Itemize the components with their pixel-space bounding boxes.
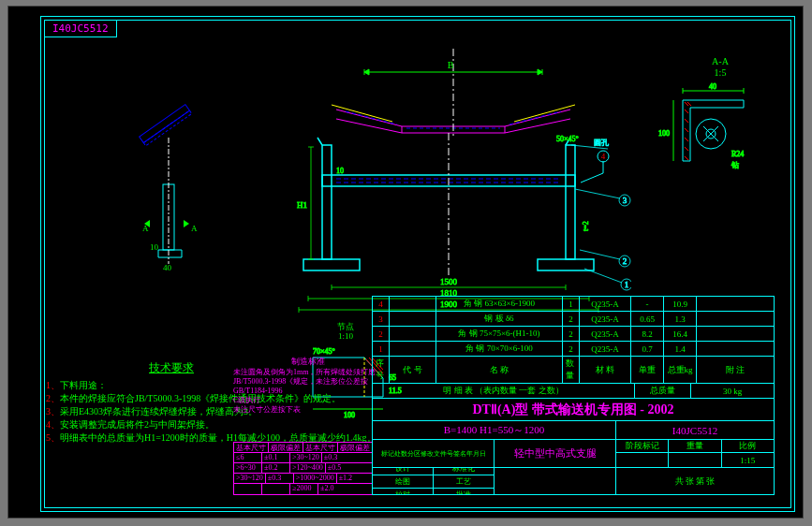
svg-text:A-A: A-A (712, 56, 730, 66)
svg-text:1500: 1500 (440, 277, 458, 286)
svg-text:4: 4 (601, 152, 606, 161)
svg-text:100: 100 (658, 129, 670, 138)
svg-text:50×45°: 50×45° (556, 135, 579, 143)
svg-text:2: 2 (623, 256, 627, 266)
svg-rect-23 (140, 105, 190, 143)
bom-row: 1角 钢 70×70×6-1002Q235-A0.71.4 (373, 342, 774, 357)
svg-text:B: B (448, 60, 454, 70)
svg-text:10: 10 (150, 242, 159, 252)
manufacturing-standard-note: 制造标准 未注圆角及倒角为1mm，所有焊缝处须打磨 JB/T5000.3-199… (233, 357, 383, 415)
svg-text:R24: R24 (731, 150, 744, 158)
svg-text:H1: H1 (297, 200, 307, 210)
svg-text:1:10: 1:10 (338, 331, 354, 341)
svg-text:10: 10 (336, 167, 344, 175)
drawing-main-title: DTⅡ(A)型 带式输送机专用图 - 2002 (373, 399, 774, 421)
main-assembly-view: 1500 1810 1900 H1 10 50×45° t=2 1 2 3 圆孔… (266, 128, 631, 315)
title-block: 4角 钢 63×63×6-19001Q235-A-10.9 3钢 板 δ62Q2… (372, 296, 775, 495)
svg-text:1: 1 (625, 280, 629, 289)
tech-requirements-title: 技术要求 (149, 360, 194, 376)
svg-text:A: A (191, 224, 198, 233)
svg-text:40: 40 (709, 82, 716, 91)
document-id-tag: I40JC5512 (44, 20, 117, 37)
svg-text:节点: 节点 (337, 322, 354, 331)
svg-text:圆孔: 圆孔 (594, 139, 609, 147)
svg-text:40: 40 (163, 263, 172, 272)
bom-row: 3钢 板 δ62Q235-A0.651.3 (373, 312, 774, 327)
svg-text:3: 3 (623, 196, 627, 205)
side-plate-view: A A 40 10 (116, 100, 238, 278)
svg-text:1:5: 1:5 (715, 67, 727, 78)
bom-row: 4角 钢 63×63×6-19001Q235-A-10.9 (373, 297, 774, 312)
svg-text:t=2: t=2 (582, 221, 590, 231)
svg-text:钻: 钻 (731, 161, 739, 169)
section-a-a-view: A-A 1:5 40 100 R24 钻 (655, 53, 786, 184)
tolerance-table: 基本尺寸极限偏差 基本尺寸极限偏差 ≤6±0.1>30~120±0.3 >6~3… (233, 442, 373, 495)
bom-header: 序号代 号名 称数量材 料单重总重kg附 注 (373, 357, 774, 384)
bom-row: 2角 钢 75×75×6-(H1-10)2Q235-A8.216.4 (373, 327, 774, 342)
svg-text:70×45°: 70×45° (313, 347, 335, 356)
cad-canvas: I40JC5512 B 1500 1810 1900 H1 10 50×45° … (7, 6, 804, 519)
